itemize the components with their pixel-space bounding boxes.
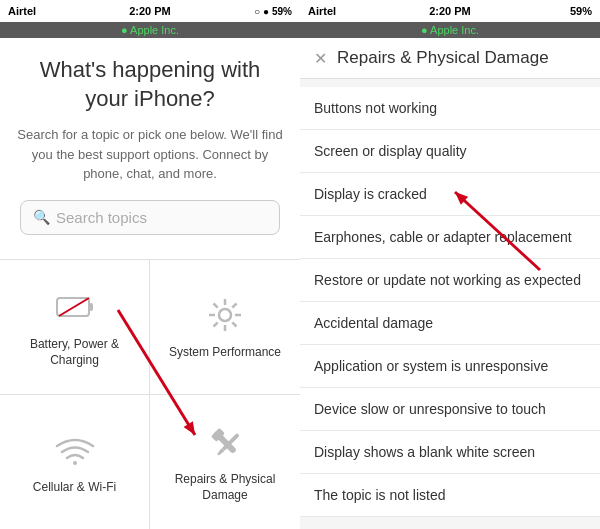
grid-item-repair[interactable]: Repairs & PhysicalDamage (150, 395, 300, 529)
menu-item-restore[interactable]: Restore or update not working as expecte… (300, 259, 600, 302)
grid-item-cellular[interactable]: Cellular & Wi-Fi (0, 395, 150, 529)
menu-item-unresponsive-app[interactable]: Application or system is unresponsive (300, 345, 600, 388)
svg-point-3 (219, 309, 231, 321)
sub-text: Search for a topic or pick one below. We… (16, 125, 284, 184)
menu-item-not-listed[interactable]: The topic is not listed (300, 474, 600, 517)
wifi-icon (53, 428, 97, 472)
svg-line-9 (232, 322, 236, 326)
system-label: System Performance (169, 345, 281, 361)
close-button[interactable]: ✕ (314, 49, 327, 68)
right-panel-title: Repairs & Physical Damage (337, 48, 549, 68)
status-icons-right: 59% (570, 5, 592, 17)
right-panel: Airtel 2:20 PM 59% ● Apple Inc. ✕ Repair… (300, 0, 600, 529)
repair-menu-list: Buttons not working Screen or display qu… (300, 79, 600, 529)
menu-item-device-slow[interactable]: Device slow or unresponsive to touch (300, 388, 600, 431)
bluetooth-icon: ● (263, 6, 269, 17)
time-left: 2:20 PM (129, 5, 171, 17)
battery-status-right: 59% (570, 5, 592, 17)
menu-item-screen-text: Screen or display quality (314, 143, 586, 159)
apple-inc-label-left: ● Apple Inc. (121, 24, 179, 36)
carrier-right: Airtel (308, 5, 336, 17)
svg-line-11 (214, 322, 218, 326)
apple-inc-bar-right: ● Apple Inc. (300, 22, 600, 38)
cellular-label: Cellular & Wi-Fi (33, 480, 116, 496)
menu-item-unresponsive-app-text: Application or system is unresponsive (314, 358, 586, 374)
svg-line-10 (232, 303, 236, 307)
grid-item-system[interactable]: System Performance (150, 260, 300, 395)
menu-item-restore-text: Restore or update not working as expecte… (314, 272, 586, 288)
search-icon: 🔍 (33, 209, 50, 225)
menu-item-blank-screen[interactable]: Display shows a blank white screen (300, 431, 600, 474)
menu-item-not-listed-text: The topic is not listed (314, 487, 586, 503)
battery-status-left: 59% (272, 6, 292, 17)
menu-item-screen[interactable]: Screen or display quality (300, 130, 600, 173)
svg-line-8 (214, 303, 218, 307)
menu-item-buttons[interactable]: Buttons not working (300, 87, 600, 130)
gear-icon (203, 293, 247, 337)
menu-item-buttons-text: Buttons not working (314, 100, 586, 116)
carrier-left: Airtel (8, 5, 36, 17)
svg-line-2 (59, 298, 89, 316)
wifi-status-icon: ○ (254, 6, 260, 17)
menu-item-accidental[interactable]: Accidental damage (300, 302, 600, 345)
battery-icon (53, 285, 97, 329)
time-right: 2:20 PM (429, 5, 471, 17)
left-content: What's happening with your iPhone? Searc… (0, 38, 300, 247)
menu-item-accidental-text: Accidental damage (314, 315, 586, 331)
category-grid: Battery, Power &Charging (0, 259, 300, 529)
grid-item-battery[interactable]: Battery, Power &Charging (0, 260, 150, 395)
battery-label: Battery, Power &Charging (30, 337, 119, 368)
search-placeholder: Search topics (56, 209, 147, 226)
menu-item-earphones[interactable]: Earphones, cable or adapter replacement (300, 216, 600, 259)
main-heading: What's happening with your iPhone? (16, 56, 284, 113)
status-bar-left: Airtel 2:20 PM ○ ● 59% (0, 0, 300, 22)
search-bar[interactable]: 🔍 Search topics (20, 200, 280, 235)
apple-inc-label-right: ● Apple Inc. (421, 24, 479, 36)
menu-item-cracked-text: Display is cracked (314, 186, 586, 202)
svg-point-12 (73, 461, 77, 465)
apple-inc-bar-left: ● Apple Inc. (0, 22, 300, 38)
status-icons-left: ○ ● 59% (254, 6, 292, 17)
svg-rect-1 (89, 303, 93, 311)
repair-label: Repairs & PhysicalDamage (175, 472, 276, 503)
menu-item-earphones-text: Earphones, cable or adapter replacement (314, 229, 586, 245)
status-bar-right: Airtel 2:20 PM 59% (300, 0, 600, 22)
menu-item-cracked[interactable]: Display is cracked (300, 173, 600, 216)
repair-icon (203, 420, 247, 464)
menu-item-blank-screen-text: Display shows a blank white screen (314, 444, 586, 460)
menu-item-device-slow-text: Device slow or unresponsive to touch (314, 401, 586, 417)
left-panel: Airtel 2:20 PM ○ ● 59% ● Apple Inc. What… (0, 0, 300, 529)
right-header: ✕ Repairs & Physical Damage (300, 38, 600, 79)
